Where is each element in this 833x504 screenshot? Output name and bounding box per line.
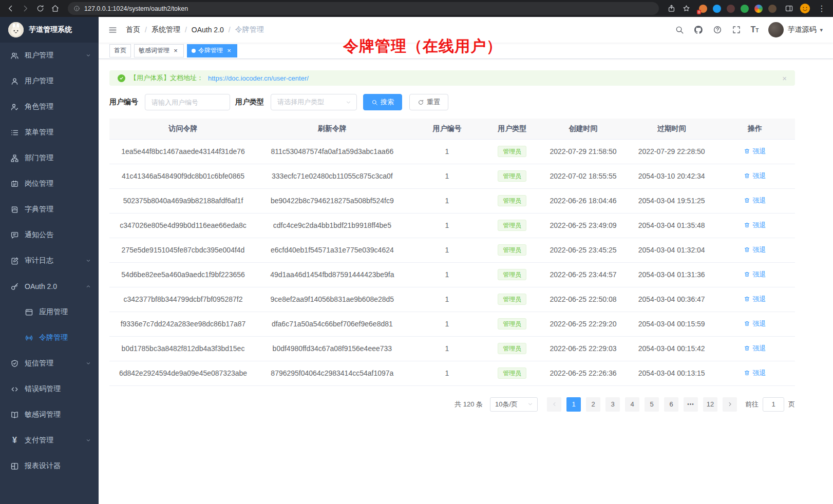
extension-icon[interactable]: 0 (699, 5, 707, 13)
force-logout-button[interactable]: 强退 (744, 319, 766, 328)
extension-icon[interactable] (754, 5, 763, 13)
sidebar-item-pay[interactable]: ¥支付管理 (0, 428, 99, 453)
close-icon[interactable]: × (172, 47, 179, 54)
share-icon[interactable] (667, 4, 676, 13)
sidebar-item-label: 字典管理 (25, 205, 53, 214)
page-content: 【用户体系】文档地址： https://doc.iocoder.cn/user-… (99, 59, 833, 412)
fullscreen-icon[interactable] (732, 25, 741, 34)
sidebar-toggle-icon[interactable] (108, 25, 118, 35)
docs-help-icon[interactable] (713, 25, 722, 34)
extension-badge: 0 (697, 10, 701, 14)
force-logout-button[interactable]: 强退 (744, 295, 766, 304)
forward-icon[interactable] (21, 4, 30, 13)
page-button-3[interactable]: 3 (605, 397, 620, 412)
app-logo[interactable]: 芋道管理系统 (0, 17, 99, 43)
action-cell: 强退 (715, 213, 795, 238)
refresh-icon (418, 99, 424, 106)
reload-icon[interactable] (36, 4, 45, 13)
main-area: 首页/系统管理/OAuth 2.0/令牌管理 TT 芋道源码 ▾ 首页敏感词管理… (99, 17, 833, 504)
sidebar-item-dept[interactable]: 部门管理 (0, 145, 99, 171)
user-id-input[interactable] (145, 94, 230, 110)
error-code-icon (10, 385, 19, 394)
tab-item[interactable]: 令牌管理× (187, 44, 237, 57)
page-button-1[interactable]: 1 (566, 397, 581, 412)
reset-button[interactable]: 重置 (409, 94, 448, 110)
sidebar-item-report-designer[interactable]: 报表设计器 (0, 453, 99, 479)
page-size-select[interactable]: 10条/页 (490, 397, 538, 412)
sidebar-item-label: 审计日志 (25, 256, 53, 265)
home-icon[interactable] (51, 4, 60, 13)
sidebar-item-role[interactable]: 角色管理 (0, 94, 99, 120)
site-info-icon[interactable] (73, 5, 80, 12)
user-type-select[interactable]: 请选择用户类型 (271, 94, 357, 110)
sidebar-item-oauth2[interactable]: OAuth 2.0 (0, 274, 99, 299)
goto-page-input[interactable] (763, 397, 784, 412)
back-icon[interactable] (6, 4, 15, 13)
bookmark-star-icon[interactable] (682, 4, 691, 13)
search-button[interactable]: 搜索 (363, 94, 402, 110)
tab-item[interactable]: 敏感词管理× (134, 44, 184, 57)
menu-icon (10, 128, 19, 137)
force-logout-button[interactable]: 强退 (744, 369, 766, 378)
browser-profile-avatar[interactable] (800, 3, 810, 14)
create-time-cell: 2022-06-25 23:49:09 (538, 213, 628, 238)
sidebar-item-oauth2-app[interactable]: 应用管理 (0, 299, 99, 325)
action-cell: 强退 (715, 188, 795, 213)
page-button-5[interactable]: 5 (645, 397, 659, 412)
force-logout-button[interactable]: 强退 (744, 221, 766, 230)
breadcrumb-item[interactable]: 首页 (126, 25, 140, 34)
table-row: c347026e805e4d99b0d116eae66eda8ccdfc4ce9… (109, 213, 795, 238)
sidebar-item-dict[interactable]: 字典管理 (0, 197, 99, 222)
chevron-down-icon (345, 99, 352, 106)
breadcrumb-item[interactable]: 系统管理 (152, 25, 180, 34)
sidebar-item-error-code[interactable]: 错误码管理 (0, 376, 99, 402)
address-bar[interactable]: 127.0.0.1:1024/system/oauth2/token (68, 2, 659, 15)
sidebar-item-post[interactable]: 岗位管理 (0, 171, 99, 197)
doc-link[interactable]: https://doc.iocoder.cn/user-center/ (208, 74, 309, 82)
sidebar-item-notice[interactable]: 通知公告 (0, 222, 99, 248)
font-size-icon[interactable]: TT (751, 26, 759, 34)
force-logout-button[interactable]: 强退 (744, 270, 766, 279)
sidebar-item-audit-log[interactable]: 审计日志 (0, 248, 99, 274)
page-button-12[interactable]: 12 (703, 397, 717, 412)
force-logout-button[interactable]: 强退 (744, 344, 766, 353)
sidebar-item-tenant[interactable]: 租户管理 (0, 43, 99, 68)
more-pages-button[interactable]: ••• (684, 397, 698, 412)
force-logout-button[interactable]: 强退 (744, 196, 766, 205)
app-title: 芋道管理系统 (29, 25, 72, 34)
sidebar-item-sms[interactable]: 短信管理 (0, 351, 99, 376)
browser-menu-icon[interactable]: ⋮ (817, 5, 827, 13)
sidebar-item-user[interactable]: 用户管理 (0, 68, 99, 94)
force-logout-button[interactable]: 强退 (744, 147, 766, 156)
extension-icon[interactable] (727, 5, 735, 13)
page-button-2[interactable]: 2 (586, 397, 600, 412)
search-icon[interactable] (675, 25, 684, 34)
action-cell: 强退 (715, 361, 795, 385)
extension-icon[interactable] (768, 5, 777, 13)
page-button-6[interactable]: 6 (664, 397, 678, 412)
extension-icon[interactable] (713, 5, 721, 13)
create-time-cell: 2022-07-29 21:58:50 (538, 139, 628, 164)
page-button-4[interactable]: 4 (625, 397, 639, 412)
user-menu[interactable]: 芋道源码 ▾ (768, 22, 823, 37)
sidebar-item-oauth2-token[interactable]: 令牌管理 (0, 325, 99, 351)
close-icon[interactable]: × (225, 47, 233, 54)
side-panel-icon[interactable] (785, 4, 793, 13)
alert-close-icon[interactable]: × (782, 74, 787, 82)
extension-icon[interactable] (741, 5, 749, 13)
sidebar-item-menu[interactable]: 菜单管理 (0, 120, 99, 145)
table-row: 54d6be82ee5a460a9aedc1f9bf22365649d1aa46… (109, 262, 795, 287)
total-count: 共 120 条 (455, 400, 483, 409)
column-header: 用户类型 (486, 119, 538, 139)
next-page-button[interactable] (723, 397, 737, 412)
github-icon[interactable] (694, 25, 703, 34)
sidebar-item-label: 菜单管理 (25, 128, 53, 137)
action-cell: 强退 (715, 164, 795, 188)
sidebar-item-sensitive-word[interactable]: 敏感词管理 (0, 402, 99, 428)
breadcrumb-item[interactable]: OAuth 2.0 (192, 26, 224, 34)
force-logout-button[interactable]: 强退 (744, 245, 766, 255)
prev-page-button[interactable] (547, 397, 561, 412)
user-id-cell: 1 (408, 164, 487, 188)
tab-item[interactable]: 首页 (109, 44, 131, 57)
force-logout-button[interactable]: 强退 (744, 171, 766, 181)
